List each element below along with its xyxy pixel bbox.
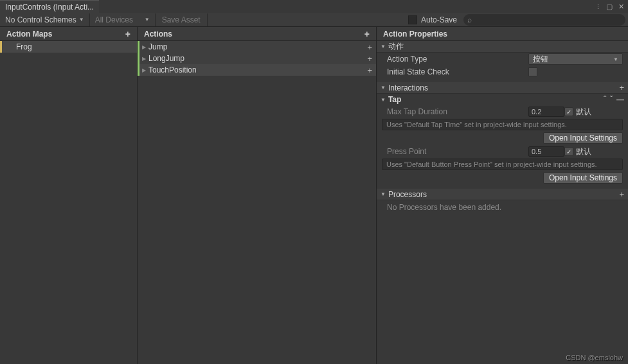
press-point-default-checkbox[interactable]: ✓ [564,147,573,156]
chevron-down-icon: ▼ [613,56,618,62]
foldout-icon: ▼ [381,44,386,49]
default-label: 默认 [576,146,591,157]
press-point-input[interactable] [528,146,564,157]
auto-save-checkbox[interactable] [408,15,417,24]
action-type-dropdown[interactable]: 按钮 ▼ [528,53,623,65]
press-point-hint: Uses "Default Button Press Point" set in… [382,159,623,170]
devices-label: All Devices [95,15,133,24]
initial-state-checkbox[interactable] [528,67,537,76]
window-tab[interactable]: InputControls (Input Acti... [0,0,99,13]
section-interactions[interactable]: ▼ Interactions + [377,82,628,94]
action-maps-title: Action Maps [6,30,52,39]
search-input[interactable]: ⌕ [463,14,625,26]
actions-header: Actions + [138,27,376,41]
action-label: TouchPosition [148,65,197,74]
control-schemes-dropdown[interactable]: No Control Schemes ▼ [0,13,90,26]
action-map-item[interactable]: Frog [0,41,137,53]
expand-icon[interactable]: ▶ [142,44,146,50]
section-interactions-label: Interactions [388,83,428,92]
press-point-label: Press Point [387,147,528,156]
save-asset-label: Save Asset [162,15,201,24]
main-area: Action Maps + Frog Actions + ▶ Jump + ▶ … [0,27,628,364]
action-map-label: Frog [16,42,32,51]
devices-dropdown[interactable]: All Devices ▼ [90,13,156,26]
actions-column: Actions + ▶ Jump + ▶ LongJump + ▶ TouchP… [138,27,377,364]
section-action-label: 动作 [388,41,404,52]
save-asset-button[interactable]: Save Asset [156,13,208,26]
initial-state-row: Initial State Check [377,65,628,78]
initial-state-label: Initial State Check [387,67,528,76]
properties-header: Action Properties [377,27,628,41]
window-title: InputControls (Input Acti... [5,3,94,12]
interaction-reorder-controls: ˆ ˇ — [604,95,624,104]
max-tap-duration-input[interactable] [528,107,564,117]
add-interaction-button[interactable]: + [619,83,624,92]
add-action-map-button[interactable]: + [125,29,130,39]
section-processors-label: Processors [388,190,427,199]
section-processors[interactable]: ▼ Processors + [377,189,628,200]
titlebar: InputControls (Input Acti... ⋮ ▢ ✕ [0,0,628,13]
add-binding-button[interactable]: + [367,54,376,64]
watermark: CSDN @emsiohw [566,354,623,361]
interaction-tap-header[interactable]: ▼ Tap ˆ ˇ — [377,94,628,105]
section-action[interactable]: ▼ 动作 [377,41,628,53]
max-tap-duration-row: Max Tap Duration ✓ 默认 [377,105,628,118]
processors-empty-message: No Processors have been added. [377,200,628,214]
add-processor-button[interactable]: + [619,189,624,199]
foldout-icon: ▼ [381,97,386,103]
auto-save-label: Auto-Save [421,15,457,24]
action-label: LongJump [148,54,184,63]
close-icon[interactable]: ✕ [616,2,625,11]
max-tap-duration-label: Max Tap Duration [387,107,528,116]
toolbar: No Control Schemes ▼ All Devices ▼ Save … [0,13,628,27]
action-type-row: Action Type 按钮 ▼ [377,53,628,65]
auto-save-toggle[interactable]: Auto-Save [402,15,463,24]
max-tap-default-checkbox[interactable]: ✓ [564,107,573,116]
popout-icon[interactable]: ▢ [605,2,614,11]
action-maps-list: Frog [0,41,137,364]
action-label: Jump [148,42,167,51]
chevron-down-icon: ▼ [145,17,150,22]
actions-list: ▶ Jump + ▶ LongJump + ▶ TouchPosition + [138,41,376,364]
action-item-touchposition[interactable]: ▶ TouchPosition + [138,64,376,76]
expand-icon[interactable]: ▶ [142,67,146,73]
actions-title: Actions [144,30,172,39]
move-down-icon[interactable]: ˇ [610,95,613,104]
move-up-icon[interactable]: ˆ [604,95,606,104]
add-binding-button[interactable]: + [367,42,376,52]
properties-column: Action Properties ▼ 动作 Action Type 按钮 ▼ … [377,27,628,364]
interaction-tap-label: Tap [388,95,401,104]
kebab-icon[interactable]: ⋮ [593,2,602,11]
properties-title: Action Properties [383,30,447,39]
control-schemes-label: No Control Schemes [5,15,76,24]
titlebar-controls: ⋮ ▢ ✕ [593,0,628,13]
max-tap-hint: Uses "Default Tap Time" set in project-w… [382,119,623,130]
open-input-settings-button[interactable]: Open Input Settings [543,172,623,184]
press-point-row: Press Point ✓ 默认 [377,145,628,158]
expand-icon[interactable]: ▶ [142,56,146,62]
chevron-down-icon: ▼ [79,17,84,22]
remove-icon[interactable]: — [616,95,624,104]
add-binding-button[interactable]: + [367,65,376,75]
action-type-value: 按钮 [533,54,548,65]
default-label: 默认 [576,107,591,117]
add-action-button[interactable]: + [364,29,370,39]
action-type-label: Action Type [387,55,528,64]
foldout-icon: ▼ [381,191,386,197]
action-maps-header: Action Maps + [0,27,137,41]
action-item-jump[interactable]: ▶ Jump + [138,41,376,53]
action-item-longjump[interactable]: ▶ LongJump + [138,53,376,64]
foldout-icon: ▼ [381,85,386,91]
search-icon: ⌕ [467,15,472,24]
open-input-settings-button[interactable]: Open Input Settings [543,132,623,144]
properties-body: ▼ 动作 Action Type 按钮 ▼ Initial State Chec… [377,41,628,364]
action-maps-column: Action Maps + Frog [0,27,138,364]
